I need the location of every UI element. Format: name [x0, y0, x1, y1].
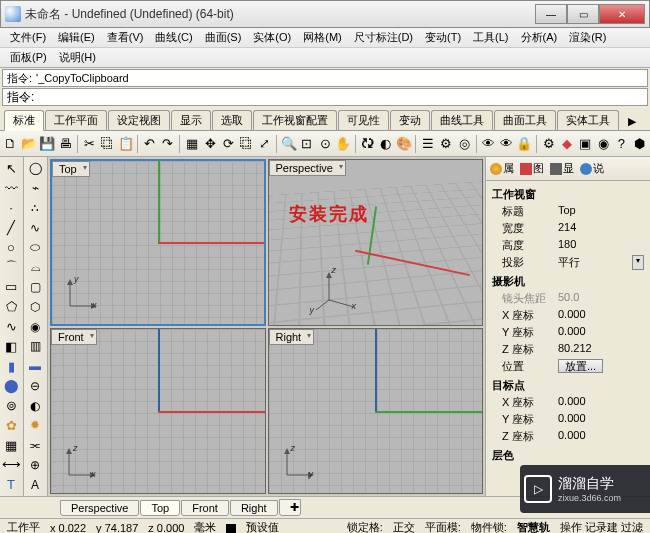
viewport-perspective[interactable]: Perspective 安装完成 z x y [268, 159, 484, 326]
render-icon[interactable]: 🎨 [395, 134, 412, 154]
polygon-icon[interactable]: ⬠ [0, 297, 22, 316]
boolean-icon[interactable]: ◐ [24, 396, 46, 415]
shade-icon[interactable]: ◐ [377, 134, 394, 154]
props-icon[interactable]: ⚙ [437, 134, 454, 154]
loft-icon[interactable]: ▥ [24, 337, 46, 356]
menu-analyze[interactable]: 分析(A) [515, 30, 564, 45]
spline-icon[interactable]: ∿ [24, 218, 46, 237]
tab-select[interactable]: 选取 [212, 110, 252, 130]
tool-d-icon[interactable]: ⬢ [631, 134, 648, 154]
sb-rest[interactable]: 操作 记录建 过滤 [557, 520, 646, 533]
new-icon[interactable]: 🗋 [2, 134, 19, 154]
roundrect-icon[interactable]: ▢ [24, 278, 46, 297]
circle-icon[interactable]: ○ [0, 238, 22, 257]
close-button[interactable]: ✕ [599, 4, 645, 24]
osnap-icon[interactable]: ◎ [455, 134, 472, 154]
proj-dropdown[interactable]: ▾ [632, 255, 644, 270]
layers-icon[interactable]: ☰ [419, 134, 436, 154]
arc2-icon[interactable]: ⌓ [24, 258, 46, 277]
curve-icon[interactable]: ∿ [0, 317, 22, 336]
tab-curve-tools[interactable]: 曲线工具 [431, 110, 493, 130]
box-icon[interactable]: ▮ [0, 357, 22, 376]
hide-icon[interactable]: 👁 [480, 134, 497, 154]
open-icon[interactable]: 📂 [20, 134, 37, 154]
btab-perspective[interactable]: Perspective [60, 500, 139, 516]
arc-icon[interactable]: ⌒ [0, 258, 22, 277]
sb-smart[interactable]: 智慧轨 [514, 520, 553, 533]
explode-icon[interactable]: ✹ [24, 416, 46, 435]
viewport-top-title[interactable]: Top [52, 161, 90, 177]
menu-view[interactable]: 查看(V) [101, 30, 150, 45]
menu-curve[interactable]: 曲线(C) [149, 30, 198, 45]
tab-visibility[interactable]: 可见性 [338, 110, 389, 130]
show-icon[interactable]: 👁 [498, 134, 515, 154]
tab-cplane[interactable]: 工作平面 [45, 110, 107, 130]
sb-planar[interactable]: 平面模: [422, 520, 464, 533]
menu-render[interactable]: 渲染(R) [563, 30, 612, 45]
rotate-icon[interactable]: ⟳ [220, 134, 237, 154]
zoom-extents-icon[interactable]: 🔍 [280, 134, 297, 154]
point-icon[interactable]: · [0, 199, 22, 218]
redo-icon[interactable]: ↷ [159, 134, 176, 154]
copy2-icon[interactable]: ⿻ [238, 134, 255, 154]
move-icon[interactable]: ✥ [201, 134, 218, 154]
viewport-right-title[interactable]: Right [269, 329, 315, 345]
tool-a-icon[interactable]: ◆ [558, 134, 575, 154]
print-icon[interactable]: 🖶 [57, 134, 74, 154]
extrude-icon[interactable]: ▬ [24, 357, 46, 376]
surface-icon[interactable]: ◧ [0, 337, 22, 356]
dim2-icon[interactable]: ⊕ [24, 455, 46, 474]
viewport-front[interactable]: Front z x [50, 328, 266, 495]
cut-icon[interactable]: ✂ [81, 134, 98, 154]
save-icon[interactable]: 💾 [38, 134, 55, 154]
menu-transform[interactable]: 变动(T) [419, 30, 467, 45]
revolve-icon[interactable]: ⊖ [24, 376, 46, 395]
menu-tools[interactable]: 工具(L) [467, 30, 514, 45]
sb-osnap[interactable]: 物件锁: [468, 520, 510, 533]
polyline-icon[interactable]: ⌁ [24, 179, 46, 198]
menu-help[interactable]: 说明(H) [53, 50, 102, 65]
minimize-button[interactable]: — [535, 4, 567, 24]
cog-icon[interactable]: ✿ [0, 416, 22, 435]
btab-top[interactable]: Top [140, 500, 180, 516]
sb-unit[interactable]: 毫米 [191, 520, 219, 533]
tab-setview[interactable]: 设定视图 [108, 110, 170, 130]
sb-snap[interactable]: 锁定格: [344, 520, 386, 533]
group-icon[interactable]: ▦ [183, 134, 200, 154]
tab-surface-tools[interactable]: 曲面工具 [494, 110, 556, 130]
menu-file[interactable]: 文件(F) [4, 30, 52, 45]
mesh-icon[interactable]: ▦ [0, 436, 22, 455]
paste-icon[interactable]: 📋 [117, 134, 134, 154]
command-input[interactable] [38, 91, 643, 103]
panel-tab-display[interactable]: 显 [548, 161, 576, 176]
tab-transform[interactable]: 变动 [390, 110, 430, 130]
sb-cplane[interactable]: 工作平 [4, 520, 43, 533]
pan-icon[interactable]: ✋ [335, 134, 352, 154]
menu-mesh[interactable]: 网格(M) [297, 30, 348, 45]
lasso2-icon[interactable]: ◯ [24, 159, 46, 178]
viewport-right[interactable]: Right z y [268, 328, 484, 495]
viewport-top[interactable]: Top y x [50, 159, 266, 326]
btab-front[interactable]: Front [181, 500, 229, 516]
text-icon[interactable]: T [0, 475, 22, 494]
zoom-selected-icon[interactable]: ⊙ [316, 134, 333, 154]
undo-icon[interactable]: ↶ [141, 134, 158, 154]
lock-icon[interactable]: 🔒 [516, 134, 533, 154]
star-icon[interactable]: ⬡ [24, 297, 46, 316]
menu-solid[interactable]: 实体(O) [247, 30, 297, 45]
tool-c-icon[interactable]: ◉ [595, 134, 612, 154]
tab-overflow[interactable]: ▶ [620, 113, 644, 130]
dim-icon[interactable]: ⟷ [0, 455, 22, 474]
help-icon[interactable]: ? [613, 134, 630, 154]
btab-right[interactable]: Right [230, 500, 278, 516]
lasso-icon[interactable]: 〰 [0, 179, 22, 198]
tab-display[interactable]: 显示 [171, 110, 211, 130]
join-icon[interactable]: ⫘ [24, 436, 46, 455]
viewport-persp-title[interactable]: Perspective [269, 160, 346, 176]
sphere-icon[interactable]: ⊚ [0, 396, 22, 415]
sb-preset[interactable]: 预设值 [243, 520, 282, 533]
sb-ortho[interactable]: 正交 [390, 520, 418, 533]
options-icon[interactable]: ⚙ [540, 134, 557, 154]
btab-add[interactable]: ✚ [279, 499, 301, 516]
menu-dimension[interactable]: 尺寸标注(D) [348, 30, 419, 45]
